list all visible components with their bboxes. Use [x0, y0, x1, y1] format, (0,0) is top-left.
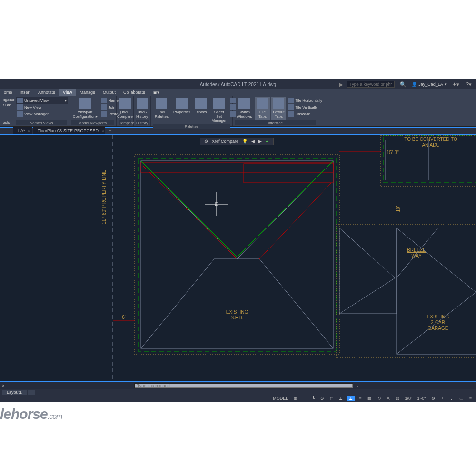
app-window: Autodesk AutoCAD LT 2021 LA.dwg ▶ 🔍 👤 Ja… — [0, 79, 476, 397]
panel-nav-truncated: rigation r Bar ools — [0, 96, 14, 126]
svg-rect-2 — [138, 158, 336, 351]
new-file-tab[interactable]: + — [106, 127, 114, 135]
favorite-icon[interactable]: ✦▾ — [451, 81, 461, 88]
tab-view[interactable]: View — [59, 89, 76, 96]
layout-tabs-button[interactable]: LayoutTabs — [271, 97, 286, 120]
tab-annotate[interactable]: Annotate — [34, 89, 59, 96]
polar-icon[interactable]: ⊙ — [319, 396, 326, 401]
tab-home[interactable]: ome — [0, 89, 16, 96]
osnap-icon[interactable]: ◻ — [328, 396, 335, 401]
layout-tabs-bar: Layout1 + — [0, 389, 476, 395]
close-icon[interactable]: × — [2, 383, 5, 388]
nav-item[interactable]: rigation — [2, 97, 12, 102]
drawing-svg: 117.60' PROPERTY LINE 6' EXISTING S.F.D. — [0, 135, 476, 382]
isodraft-icon[interactable]: ∠ — [347, 396, 355, 401]
grid-icon[interactable]: ▦ — [292, 396, 299, 401]
dim-6ft-label: 6' — [122, 315, 126, 320]
panel-title: Interface — [235, 120, 316, 125]
properties-button[interactable]: Properties — [171, 97, 192, 116]
plus-icon[interactable]: + — [439, 396, 445, 401]
panel-compare: DWGCompare Compare — [117, 96, 134, 126]
gear-icon[interactable]: ⚙ — [204, 139, 208, 144]
tile-vertical-button[interactable]: Tile Vertically — [287, 104, 323, 110]
file-tabs-bar: LA*× FloorPlan-08-SITE-PROPOSED× + — [0, 127, 476, 134]
panel-history: DWGHistory History — [134, 96, 151, 126]
next-arrow-icon[interactable]: ▶ — [258, 139, 262, 144]
svg-rect-25 — [336, 225, 476, 358]
customize-icon[interactable]: ⋮ — [448, 396, 455, 401]
help-icon[interactable]: ?▾ — [465, 81, 473, 88]
dwg-compare-button[interactable]: DWGCompare — [119, 97, 131, 120]
panel-model-viewports: ViewportConfiguration▾ Named Join Restor… — [69, 96, 117, 126]
tab-manage[interactable]: Manage — [76, 89, 99, 96]
command-bar: × ▴ — [0, 382, 476, 389]
sheet-set-manager-button[interactable]: Sheet SetManager — [209, 97, 228, 124]
svg-line-14 — [259, 183, 331, 259]
unsaved-view-dropdown[interactable]: Unsaved View▾ — [16, 97, 68, 104]
bulb-icon[interactable]: 💡 — [242, 139, 248, 144]
cascade-button[interactable]: Cascade — [287, 110, 323, 117]
tab-overflow[interactable]: ▣▾ — [149, 89, 163, 96]
snap-icon[interactable]: ∷ — [302, 396, 308, 401]
view-manager-button[interactable]: View Manager — [16, 110, 67, 117]
ortho-icon[interactable]: ┗ — [311, 396, 316, 401]
svg-line-13 — [143, 166, 237, 259]
tab-output[interactable]: Output — [99, 89, 119, 96]
prev-arrow-icon[interactable]: ◀ — [251, 139, 255, 144]
search-icon[interactable]: 🔍 — [398, 81, 408, 88]
add-layout-tab[interactable]: + — [28, 390, 35, 395]
cycling-icon[interactable]: ↻ — [376, 396, 383, 401]
file-tabs-button[interactable]: FileTabs — [255, 97, 270, 120]
menu-icon[interactable]: ≡ — [468, 396, 473, 401]
panel-named-views: Unsaved View▾ New View View Manager Name… — [14, 96, 69, 126]
gear-icon[interactable]: ⚙ — [430, 396, 436, 401]
svg-rect-24 — [339, 228, 397, 314]
existing-sfd-label-2: S.F.D. — [230, 315, 243, 320]
breeze-label-1: BREEZE — [407, 248, 426, 253]
user-menu[interactable]: 👤 Jay_Cad_LA ▾ — [412, 82, 447, 87]
svg-line-12 — [237, 161, 333, 257]
panel-interface: SwitchWindows FileTabs LayoutTabs Tile H… — [233, 96, 318, 126]
clean-screen-icon[interactable]: ▭ — [458, 396, 465, 401]
switch-windows-button[interactable]: SwitchWindows — [235, 97, 254, 120]
existing-sfd-label-1: EXISTING — [226, 309, 248, 315]
tab-collaborate[interactable]: Collaborate — [119, 89, 149, 96]
annotation-icon[interactable]: A — [386, 396, 391, 401]
transparency-icon[interactable]: ▦ — [366, 396, 373, 401]
tile-horizontal-button[interactable]: Tile Horizontally — [287, 97, 323, 104]
ribbon-tabs: ome Insert Annotate View Manage Output C… — [0, 89, 476, 96]
nav-item[interactable]: r Bar — [2, 102, 12, 108]
viewport-config-button[interactable]: ViewportConfiguration▾ — [71, 97, 99, 120]
xref-compare-label: Xref Compare — [212, 139, 238, 144]
svg-line-29 — [397, 228, 476, 292]
angle-icon[interactable]: ∠ — [337, 396, 344, 401]
title-bar: Autodesk AutoCAD LT 2021 LA.dwg ▶ 🔍 👤 Ja… — [0, 79, 476, 89]
new-view-button[interactable]: New View — [16, 104, 67, 110]
tool-palettes-button[interactable]: ToolPalettes — [153, 97, 170, 120]
file-tab-la[interactable]: LA*× — [13, 127, 32, 135]
model-space-button[interactable]: MODEL — [271, 396, 289, 401]
tab-insert[interactable]: Insert — [16, 89, 35, 96]
layout-tab[interactable]: Layout1 — [2, 390, 27, 395]
property-line-label: 117.60' PROPERTY LINE — [101, 169, 107, 224]
dwg-history-button[interactable]: DWGHistory — [136, 97, 149, 120]
scale-readout[interactable]: 1/8" = 1'-0" — [404, 396, 427, 401]
panel-title: Model Viewports — [71, 120, 114, 125]
drawing-canvas[interactable]: 117.60' PROPERTY LINE 6' EXISTING S.F.D. — [0, 134, 476, 382]
xref-compare-toolbar[interactable]: ⚙ Xref Compare 💡 ◀ ▶ ✔ — [200, 138, 274, 145]
annoscale-icon[interactable]: ⚖ — [394, 396, 401, 401]
dim-15-3-label: 15'-3" — [387, 150, 399, 155]
help-search-input[interactable] — [347, 81, 395, 88]
chevron-up-icon[interactable]: ▴ — [356, 383, 358, 388]
file-tab-floorplan[interactable]: FloorPlan-08-SITE-PROPOSED× — [33, 127, 106, 135]
panel-title: Palettes — [153, 124, 230, 129]
svg-rect-1 — [135, 155, 339, 355]
lineweight-icon[interactable]: ≡ — [357, 396, 363, 401]
svg-line-31 — [397, 228, 438, 278]
check-icon[interactable]: ✔ — [266, 139, 269, 144]
svg-line-27 — [339, 278, 395, 314]
nav-item[interactable]: ools — [2, 120, 12, 125]
blocks-button[interactable]: Blocks — [193, 97, 208, 116]
title-bar-right: ▶ 🔍 👤 Jay_Cad_LA ▾ ✦▾ ?▾ — [339, 81, 473, 88]
command-input[interactable] — [134, 383, 353, 388]
